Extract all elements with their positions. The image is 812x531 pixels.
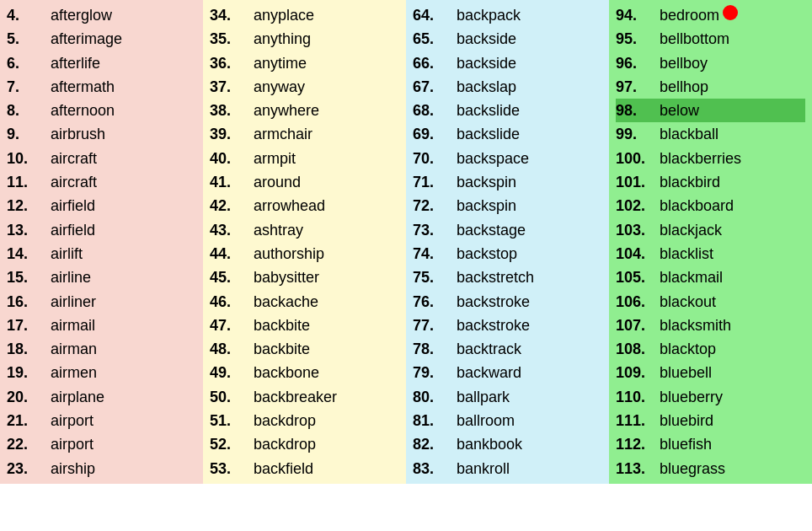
item-number: 14.: [7, 244, 51, 264]
item-number: 98.: [616, 100, 660, 121]
item-number: 65.: [413, 29, 457, 49]
item-number: 73.: [413, 220, 457, 240]
item-word: airmail: [51, 315, 95, 335]
item-word: babysitter: [254, 267, 319, 287]
list-item: 67.backslap: [413, 75, 602, 99]
list-item: 34.anyplace: [210, 3, 399, 27]
list-item: 4.afterglow: [7, 3, 196, 27]
list-item: 23.airship: [7, 457, 196, 480]
list-item: 103.blackjack: [616, 218, 805, 242]
item-word: authorship: [254, 244, 324, 264]
item-word: blackball: [660, 124, 719, 144]
list-item: 101.blackbird: [616, 170, 805, 194]
item-number: 13.: [7, 220, 51, 240]
item-word: airman: [51, 339, 97, 359]
item-word: bellbottom: [660, 29, 729, 49]
item-number: 44.: [210, 244, 254, 264]
column-4: 94.bedroom95.bellbottom96.bellboy97.bell…: [609, 0, 812, 484]
item-number: 75.: [413, 267, 457, 287]
item-word: afterimage: [51, 29, 122, 49]
list-item: 94.bedroom: [616, 3, 805, 27]
item-word: backstroke: [457, 315, 530, 335]
item-number: 39.: [210, 124, 254, 144]
list-item: 47.backbite: [210, 314, 399, 337]
item-word: ballpark: [457, 387, 510, 407]
item-number: 11.: [7, 172, 51, 192]
word-grid: 4.afterglow5.afterimage6.afterlife7.afte…: [0, 0, 812, 484]
item-number: 104.: [616, 244, 660, 264]
list-item: 18.airman: [7, 337, 196, 361]
item-word: bluebell: [660, 362, 712, 383]
item-word: backstage: [457, 220, 526, 240]
item-number: 110.: [616, 387, 660, 407]
item-number: 53.: [210, 459, 254, 479]
list-item: 110.blueberry: [616, 385, 805, 409]
item-number: 83.: [413, 459, 457, 479]
item-word: blacklist: [660, 244, 713, 264]
item-number: 113.: [616, 459, 660, 479]
list-item: 35.anything: [210, 27, 399, 51]
list-item: 39.armchair: [210, 122, 399, 146]
item-number: 76.: [413, 292, 457, 312]
list-item: 48.backbite: [210, 337, 399, 361]
list-item: 100.blackberries: [616, 147, 805, 170]
item-number: 64.: [413, 5, 457, 25]
item-word: backslap: [457, 77, 516, 97]
list-item: 19.airmen: [7, 361, 196, 384]
list-item: 83.bankroll: [413, 457, 602, 480]
item-number: 38.: [210, 100, 254, 121]
item-word: anyway: [254, 77, 305, 97]
item-number: 45.: [210, 267, 254, 287]
list-item: 10.aircraft: [7, 147, 196, 170]
item-number: 71.: [413, 172, 457, 192]
list-item: 49.backbone: [210, 361, 399, 384]
item-number: 52.: [210, 434, 254, 454]
item-number: 100.: [616, 148, 660, 169]
item-number: 67.: [413, 77, 457, 97]
item-word: blacksmith: [660, 315, 731, 335]
item-word: ashtray: [254, 220, 303, 240]
item-number: 69.: [413, 124, 457, 144]
list-item: 81.ballroom: [413, 409, 602, 432]
item-number: 9.: [7, 124, 51, 144]
item-number: 99.: [616, 124, 660, 144]
list-item: 9.airbrush: [7, 122, 196, 146]
item-word: blackout: [660, 292, 716, 312]
item-word: airlift: [51, 244, 83, 264]
item-number: 34.: [210, 5, 254, 25]
item-number: 112.: [616, 434, 660, 454]
item-word: afterglow: [51, 5, 112, 25]
item-word: airfield: [51, 196, 95, 216]
item-word: aircraft: [51, 148, 97, 169]
item-number: 49.: [210, 362, 254, 383]
list-item: 46.backache: [210, 290, 399, 314]
item-number: 50.: [210, 387, 254, 407]
item-word: bellhop: [660, 77, 708, 97]
item-word: bellboy: [660, 53, 708, 73]
item-number: 23.: [7, 459, 51, 479]
column-3: 64.backpack65.backside66.backside67.back…: [406, 0, 609, 484]
item-word: backside: [457, 53, 516, 73]
item-word: backside: [457, 29, 516, 49]
item-word: blackboard: [660, 196, 734, 216]
item-number: 82.: [413, 434, 457, 454]
item-word: backdrop: [254, 434, 316, 454]
item-word: airline: [51, 267, 91, 287]
list-item: 14.airlift: [7, 242, 196, 266]
list-item: 113.bluegrass: [616, 457, 805, 480]
item-word: ballroom: [457, 410, 515, 431]
item-number: 70.: [413, 148, 457, 169]
item-number: 12.: [7, 196, 51, 216]
item-number: 108.: [616, 339, 660, 359]
item-number: 7.: [7, 77, 51, 97]
item-number: 77.: [413, 315, 457, 335]
list-item: 95.bellbottom: [616, 27, 805, 51]
list-item: 44.authorship: [210, 242, 399, 266]
item-word: backward: [457, 362, 521, 383]
item-number: 21.: [7, 410, 51, 431]
item-word: aircraft: [51, 172, 97, 192]
item-number: 79.: [413, 362, 457, 383]
list-item: 43.ashtray: [210, 218, 399, 242]
item-number: 35.: [210, 29, 254, 49]
list-item: 15.airline: [7, 266, 196, 289]
